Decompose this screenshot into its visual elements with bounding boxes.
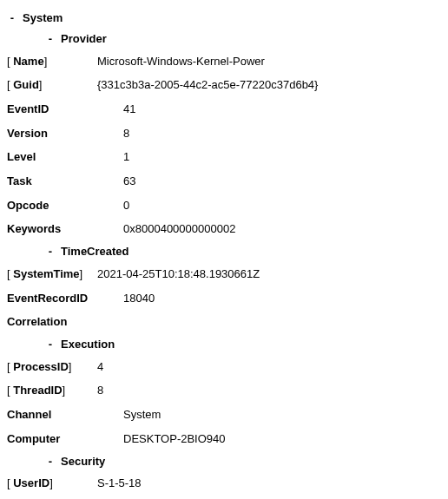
value-channel: System — [123, 404, 441, 426]
label-channel: Channel — [7, 404, 120, 426]
node-computer: Computer DESKTOP-2BIO940 — [7, 429, 441, 450]
node-timecreated: - TimeCreated — [45, 243, 441, 261]
node-eventrecordid: EventRecordID 18040 — [7, 288, 441, 310]
node-security: - Security — [45, 453, 441, 471]
node-eventid: EventID 41 — [7, 99, 441, 121]
label-eventrecordid: EventRecordID — [7, 288, 120, 310]
node-level: Level 1 — [7, 147, 441, 168]
node-execution: - Execution — [45, 336, 441, 354]
value-keywords: 0x8000400000000002 — [123, 219, 441, 240]
attr-label: [ Name] — [7, 51, 94, 73]
value-eventid: 41 — [123, 99, 441, 121]
value-level: 1 — [123, 147, 441, 168]
node-task: Task 63 — [7, 171, 441, 193]
toggle-icon[interactable]: - — [45, 336, 56, 354]
attr-timecreated-systemtime: [ SystemTime] 2021-04-25T10:18:48.193066… — [7, 264, 441, 286]
label-system: System — [23, 10, 127, 28]
attr-label: [ SystemTime] — [7, 264, 94, 286]
label-timecreated: TimeCreated — [61, 243, 165, 261]
node-correlation: Correlation — [7, 312, 441, 333]
toggle-icon[interactable]: - — [45, 30, 56, 49]
node-version: Version 8 — [7, 123, 441, 145]
toggle-icon[interactable]: - — [7, 10, 17, 28]
value-opcode: 0 — [123, 195, 441, 217]
label-correlation: Correlation — [7, 312, 120, 333]
attr-provider-name: [ Name] Microsoft-Windows-Kernel-Power — [7, 51, 441, 73]
label-level: Level — [7, 147, 120, 168]
attr-label: [ UserID] — [7, 473, 94, 495]
toggle-icon[interactable]: - — [45, 243, 56, 261]
label-execution: Execution — [61, 336, 165, 354]
attr-security-userid: [ UserID] S-1-5-18 — [7, 473, 441, 495]
attr-execution-threadid: [ ThreadID] 8 — [7, 380, 441, 402]
attr-value: 8 — [97, 380, 441, 402]
label-version: Version — [7, 123, 120, 145]
label-provider: Provider — [61, 30, 165, 49]
node-provider: - Provider — [45, 30, 441, 49]
label-task: Task — [7, 171, 120, 193]
label-computer: Computer — [7, 429, 120, 450]
attr-provider-guid: [ Guid] {331c3b3a-2005-44c2-ac5e-77220c3… — [7, 75, 441, 96]
node-keywords: Keywords 0x8000400000000002 — [7, 219, 441, 240]
attr-value: {331c3b3a-2005-44c2-ac5e-77220c37d6b4} — [97, 75, 441, 96]
label-security: Security — [61, 453, 165, 471]
attr-label: [ ProcessID] — [7, 357, 94, 378]
value-task: 63 — [123, 171, 441, 193]
node-opcode: Opcode 0 — [7, 195, 441, 217]
attr-label: [ ThreadID] — [7, 380, 94, 402]
label-opcode: Opcode — [7, 195, 120, 217]
label-keywords: Keywords — [7, 219, 120, 240]
attr-value: 4 — [97, 357, 441, 378]
value-version: 8 — [123, 123, 441, 145]
node-channel: Channel System — [7, 404, 441, 426]
attr-value: Microsoft-Windows-Kernel-Power — [97, 51, 441, 73]
value-eventrecordid: 18040 — [123, 288, 441, 310]
attr-label: [ Guid] — [7, 75, 94, 96]
node-system: - System — [7, 10, 441, 28]
value-computer: DESKTOP-2BIO940 — [123, 429, 441, 450]
toggle-icon[interactable]: - — [45, 453, 56, 471]
label-eventid: EventID — [7, 99, 120, 121]
attr-value: S-1-5-18 — [97, 473, 441, 495]
attr-execution-processid: [ ProcessID] 4 — [7, 357, 441, 378]
attr-value: 2021-04-25T10:18:48.1930661Z — [97, 264, 441, 286]
